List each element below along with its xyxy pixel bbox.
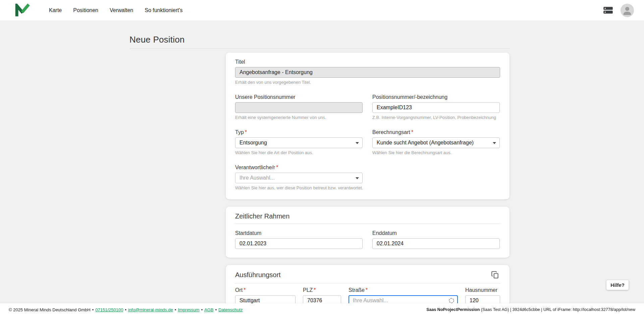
copy-address-button[interactable] <box>490 270 500 280</box>
verantwortliche-hint: Wählen Sie hier aus, wer diese Position … <box>235 185 410 191</box>
footer-link-agb[interactable]: AGB <box>204 307 213 312</box>
strasse-label: Straße* <box>348 287 458 293</box>
footer: © 2025 Mineral Minds Deutschland GmbH • … <box>0 303 644 316</box>
zeitlicher-rahmen-card: Zeitlicher Rahmen Startdatum Enddatum <box>226 207 509 258</box>
separator: • <box>201 307 203 312</box>
enddatum-label: Enddatum <box>372 230 500 236</box>
required-asterisk: * <box>276 165 278 170</box>
required-asterisk: * <box>245 129 247 135</box>
section-divider <box>235 283 500 283</box>
footer-link-datenschutz[interactable]: Datenschutz <box>218 307 243 312</box>
required-asterisk: * <box>244 287 246 293</box>
titel-label: Titel <box>235 59 500 65</box>
required-asterisk: * <box>314 287 316 293</box>
startdatum-label: Startdatum <box>235 230 363 236</box>
typ-select[interactable]: Entsorgung <box>235 137 363 148</box>
server-stack-icon <box>603 6 613 14</box>
zeitlicher-rahmen-heading: Zeitlicher Rahmen <box>235 212 500 220</box>
loading-spinner-icon <box>448 298 454 304</box>
nav-item-positionen[interactable]: Positionen <box>73 7 98 13</box>
section-divider <box>235 224 500 224</box>
footer-link-impressum[interactable]: Impressum <box>178 307 199 312</box>
startdatum-input[interactable] <box>235 238 363 249</box>
position-details-card: Titel Erhält den von uns vorgegebenen Ti… <box>226 53 509 199</box>
typ-label: Typ* <box>235 129 363 135</box>
help-button[interactable]: Hilfe? <box>606 280 629 290</box>
titel-input <box>235 67 500 78</box>
required-asterisk: * <box>411 129 413 135</box>
account-button[interactable] <box>620 3 635 18</box>
hausnummer-label: Hausnummer <box>465 287 500 293</box>
verantwortliche-label: Verantwortliche/r* <box>235 164 410 171</box>
copy-icon <box>491 270 499 279</box>
main-content: Neue Position Titel Erhält den von uns v… <box>0 20 509 316</box>
berechnungsart-select[interactable]: Kunde sucht Angebot (Angebotsanfrage) <box>372 137 500 148</box>
app-logo[interactable] <box>15 4 30 17</box>
separator: • <box>92 307 94 312</box>
verantwortliche-select[interactable]: Ihre Auswahl... <box>235 173 363 183</box>
separator: • <box>125 307 126 312</box>
ausfuehrungsort-heading: Ausführungsort <box>235 271 281 279</box>
plz-label: PLZ* <box>303 287 341 293</box>
top-app-bar: Karte Positionen Verwalten So funktionie… <box>0 0 644 20</box>
unsere-positionsnummer-label: Unsere Positionsnummer <box>235 94 363 100</box>
separator: • <box>175 307 176 312</box>
devices-button[interactable] <box>602 5 614 15</box>
nav-item-karte[interactable]: Karte <box>49 7 62 13</box>
positionsnummer-label: Positionsnummer/-bezeichnung <box>372 94 500 100</box>
berechnungsart-label: Berechnungsart* <box>372 129 500 135</box>
footer-links: © 2025 Mineral Minds Deutschland GmbH • … <box>9 307 243 312</box>
mineral-minds-logo-icon <box>15 4 30 17</box>
required-asterisk: * <box>366 287 368 293</box>
unsere-positionsnummer-hint: Erhält eine systemgenerierte Nummer von … <box>235 115 363 120</box>
main-nav: Karte Positionen Verwalten So funktionie… <box>49 7 183 13</box>
footer-link-email[interactable]: info@mineral-minds.de <box>128 307 173 312</box>
copyright-text: © 2025 Mineral Minds Deutschland GmbH <box>9 307 91 312</box>
separator: • <box>215 307 217 312</box>
nav-item-verwalten[interactable]: Verwalten <box>110 7 133 13</box>
typ-hint: Wählen Sie hier die Art der Position aus… <box>235 150 363 155</box>
footer-link-phone[interactable]: 07151/250100 <box>95 307 123 312</box>
environment-info: Saas NoProjectPermission (Saas Test AG) … <box>426 307 635 312</box>
titel-hint: Erhält den von uns vorgegebenen Titel. <box>235 80 500 85</box>
positionsnummer-hint: Z.B. Interne-Vorgangsnummer, LV-Position… <box>372 115 500 120</box>
enddatum-input[interactable] <box>372 238 500 249</box>
unsere-positionsnummer-input <box>235 102 363 113</box>
title-divider <box>129 48 509 49</box>
user-avatar-icon <box>621 4 634 17</box>
page-title: Neue Position <box>129 35 509 45</box>
positionsnummer-input[interactable] <box>372 102 500 113</box>
nav-item-so-funktionierts[interactable]: So funktioniert's <box>145 7 182 13</box>
berechnungsart-hint: Wählen Sie hier die Berechnungsart aus. <box>372 150 500 155</box>
ort-label: Ort* <box>235 287 296 293</box>
